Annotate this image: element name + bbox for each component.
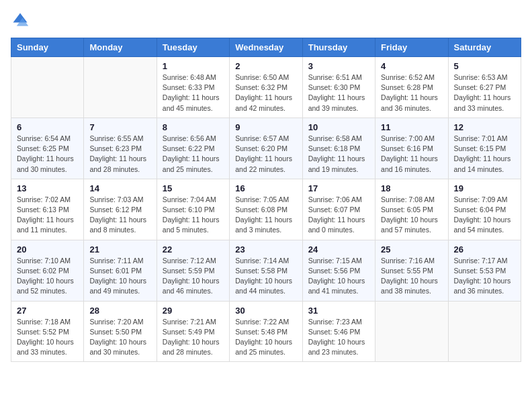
day-number: 12 bbox=[454, 122, 515, 132]
day-number: 6 bbox=[17, 122, 78, 132]
day-number: 23 bbox=[235, 244, 296, 255]
day-number: 9 bbox=[235, 122, 296, 132]
weekday-header: Tuesday bbox=[157, 38, 229, 57]
calendar-cell: 11Sunrise: 7:00 AM Sunset: 6:16 PM Dayli… bbox=[375, 118, 448, 179]
day-number: 22 bbox=[163, 244, 224, 255]
calendar-cell: 27Sunrise: 7:18 AM Sunset: 5:52 PM Dayli… bbox=[11, 301, 84, 362]
day-number: 14 bbox=[89, 183, 150, 193]
calendar-cell: 26Sunrise: 7:17 AM Sunset: 5:53 PM Dayli… bbox=[448, 240, 521, 301]
weekday-header-row: SundayMondayTuesdayWednesdayThursdayFrid… bbox=[11, 38, 521, 57]
calendar-cell: 23Sunrise: 7:14 AM Sunset: 5:58 PM Dayli… bbox=[230, 240, 302, 301]
weekday-header: Monday bbox=[84, 38, 157, 57]
day-number: 3 bbox=[308, 61, 369, 71]
day-info: Sunrise: 7:20 AM Sunset: 5:50 PM Dayligh… bbox=[89, 317, 150, 358]
day-number: 20 bbox=[17, 244, 78, 255]
day-number: 2 bbox=[235, 61, 296, 71]
day-info: Sunrise: 7:03 AM Sunset: 6:12 PM Dayligh… bbox=[89, 195, 150, 236]
day-info: Sunrise: 7:02 AM Sunset: 6:13 PM Dayligh… bbox=[17, 195, 78, 236]
day-number: 27 bbox=[17, 306, 78, 316]
calendar-cell: 6Sunrise: 6:54 AM Sunset: 6:25 PM Daylig… bbox=[11, 118, 84, 179]
day-info: Sunrise: 6:57 AM Sunset: 6:20 PM Dayligh… bbox=[235, 134, 296, 175]
day-info: Sunrise: 6:50 AM Sunset: 6:32 PM Dayligh… bbox=[235, 73, 296, 113]
calendar-cell: 1Sunrise: 6:48 AM Sunset: 6:33 PM Daylig… bbox=[157, 57, 229, 118]
calendar-cell: 29Sunrise: 7:21 AM Sunset: 5:49 PM Dayli… bbox=[157, 301, 229, 362]
calendar-week-row: 6Sunrise: 6:54 AM Sunset: 6:25 PM Daylig… bbox=[11, 118, 521, 179]
day-info: Sunrise: 6:52 AM Sunset: 6:28 PM Dayligh… bbox=[381, 73, 442, 113]
weekday-header: Saturday bbox=[448, 38, 521, 57]
calendar-cell: 18Sunrise: 7:08 AM Sunset: 6:05 PM Dayli… bbox=[375, 179, 448, 240]
weekday-header: Friday bbox=[375, 38, 448, 57]
calendar-cell: 31Sunrise: 7:23 AM Sunset: 5:46 PM Dayli… bbox=[302, 301, 375, 362]
day-info: Sunrise: 7:05 AM Sunset: 6:08 PM Dayligh… bbox=[235, 195, 296, 236]
calendar-cell: 25Sunrise: 7:16 AM Sunset: 5:55 PM Dayli… bbox=[375, 240, 448, 301]
day-info: Sunrise: 7:23 AM Sunset: 5:46 PM Dayligh… bbox=[308, 317, 369, 358]
day-info: Sunrise: 7:18 AM Sunset: 5:52 PM Dayligh… bbox=[17, 317, 78, 358]
calendar-cell: 8Sunrise: 6:56 AM Sunset: 6:22 PM Daylig… bbox=[157, 118, 229, 179]
day-number: 4 bbox=[381, 61, 442, 71]
calendar-cell: 5Sunrise: 6:53 AM Sunset: 6:27 PM Daylig… bbox=[448, 57, 521, 118]
calendar-cell: 3Sunrise: 6:51 AM Sunset: 6:30 PM Daylig… bbox=[302, 57, 375, 118]
calendar-cell: 21Sunrise: 7:11 AM Sunset: 6:01 PM Dayli… bbox=[84, 240, 157, 301]
logo bbox=[11, 11, 32, 30]
calendar-table: SundayMondayTuesdayWednesdayThursdayFrid… bbox=[11, 38, 521, 362]
day-info: Sunrise: 7:00 AM Sunset: 6:16 PM Dayligh… bbox=[381, 134, 442, 175]
calendar-week-row: 27Sunrise: 7:18 AM Sunset: 5:52 PM Dayli… bbox=[11, 301, 521, 362]
day-info: Sunrise: 7:10 AM Sunset: 6:02 PM Dayligh… bbox=[17, 256, 78, 297]
calendar-cell: 22Sunrise: 7:12 AM Sunset: 5:59 PM Dayli… bbox=[157, 240, 229, 301]
day-info: Sunrise: 6:56 AM Sunset: 6:22 PM Dayligh… bbox=[163, 134, 224, 175]
calendar-cell bbox=[84, 57, 157, 118]
day-info: Sunrise: 6:51 AM Sunset: 6:30 PM Dayligh… bbox=[308, 73, 369, 113]
day-info: Sunrise: 7:04 AM Sunset: 6:10 PM Dayligh… bbox=[163, 195, 224, 236]
calendar-cell bbox=[448, 301, 521, 362]
day-info: Sunrise: 6:58 AM Sunset: 6:18 PM Dayligh… bbox=[308, 134, 369, 175]
day-info: Sunrise: 7:22 AM Sunset: 5:48 PM Dayligh… bbox=[235, 317, 296, 358]
calendar-cell: 20Sunrise: 7:10 AM Sunset: 6:02 PM Dayli… bbox=[11, 240, 84, 301]
day-number: 16 bbox=[235, 183, 296, 193]
day-number: 21 bbox=[89, 244, 150, 255]
calendar-cell: 13Sunrise: 7:02 AM Sunset: 6:13 PM Dayli… bbox=[11, 179, 84, 240]
weekday-header: Wednesday bbox=[230, 38, 302, 57]
day-info: Sunrise: 6:55 AM Sunset: 6:23 PM Dayligh… bbox=[89, 134, 150, 175]
day-number: 8 bbox=[163, 122, 224, 132]
weekday-header: Thursday bbox=[302, 38, 375, 57]
day-number: 25 bbox=[381, 244, 442, 255]
day-info: Sunrise: 7:12 AM Sunset: 5:59 PM Dayligh… bbox=[163, 256, 224, 297]
day-number: 15 bbox=[163, 183, 224, 193]
calendar-cell: 2Sunrise: 6:50 AM Sunset: 6:32 PM Daylig… bbox=[230, 57, 302, 118]
day-info: Sunrise: 7:09 AM Sunset: 6:04 PM Dayligh… bbox=[454, 195, 515, 236]
day-number: 1 bbox=[163, 61, 224, 71]
calendar-body: 1Sunrise: 6:48 AM Sunset: 6:33 PM Daylig… bbox=[11, 57, 521, 362]
day-info: Sunrise: 7:06 AM Sunset: 6:07 PM Dayligh… bbox=[308, 195, 369, 236]
day-info: Sunrise: 6:53 AM Sunset: 6:27 PM Dayligh… bbox=[454, 73, 515, 113]
calendar-cell: 7Sunrise: 6:55 AM Sunset: 6:23 PM Daylig… bbox=[84, 118, 157, 179]
day-number: 17 bbox=[308, 183, 369, 193]
day-info: Sunrise: 7:16 AM Sunset: 5:55 PM Dayligh… bbox=[381, 256, 442, 297]
day-number: 11 bbox=[381, 122, 442, 132]
calendar-header: SundayMondayTuesdayWednesdayThursdayFrid… bbox=[11, 38, 521, 57]
calendar-cell bbox=[375, 301, 448, 362]
day-info: Sunrise: 7:14 AM Sunset: 5:58 PM Dayligh… bbox=[235, 256, 296, 297]
day-info: Sunrise: 7:08 AM Sunset: 6:05 PM Dayligh… bbox=[381, 195, 442, 236]
day-number: 7 bbox=[89, 122, 150, 132]
day-number: 30 bbox=[235, 306, 296, 316]
calendar-cell: 4Sunrise: 6:52 AM Sunset: 6:28 PM Daylig… bbox=[375, 57, 448, 118]
day-info: Sunrise: 7:21 AM Sunset: 5:49 PM Dayligh… bbox=[163, 317, 224, 358]
day-number: 13 bbox=[17, 183, 78, 193]
calendar-cell: 10Sunrise: 6:58 AM Sunset: 6:18 PM Dayli… bbox=[302, 118, 375, 179]
calendar-cell: 17Sunrise: 7:06 AM Sunset: 6:07 PM Dayli… bbox=[302, 179, 375, 240]
weekday-header: Sunday bbox=[11, 38, 84, 57]
calendar-cell bbox=[11, 57, 84, 118]
day-info: Sunrise: 6:54 AM Sunset: 6:25 PM Dayligh… bbox=[17, 134, 78, 175]
day-number: 28 bbox=[89, 306, 150, 316]
calendar-cell: 28Sunrise: 7:20 AM Sunset: 5:50 PM Dayli… bbox=[84, 301, 157, 362]
calendar-week-row: 1Sunrise: 6:48 AM Sunset: 6:33 PM Daylig… bbox=[11, 57, 521, 118]
calendar-week-row: 13Sunrise: 7:02 AM Sunset: 6:13 PM Dayli… bbox=[11, 179, 521, 240]
day-number: 26 bbox=[454, 244, 515, 255]
calendar-cell: 16Sunrise: 7:05 AM Sunset: 6:08 PM Dayli… bbox=[230, 179, 302, 240]
calendar-cell: 9Sunrise: 6:57 AM Sunset: 6:20 PM Daylig… bbox=[230, 118, 302, 179]
day-info: Sunrise: 7:15 AM Sunset: 5:56 PM Dayligh… bbox=[308, 256, 369, 297]
day-info: Sunrise: 7:17 AM Sunset: 5:53 PM Dayligh… bbox=[454, 256, 515, 297]
day-info: Sunrise: 6:48 AM Sunset: 6:33 PM Dayligh… bbox=[163, 73, 224, 113]
page-header bbox=[11, 11, 521, 30]
day-number: 10 bbox=[308, 122, 369, 132]
